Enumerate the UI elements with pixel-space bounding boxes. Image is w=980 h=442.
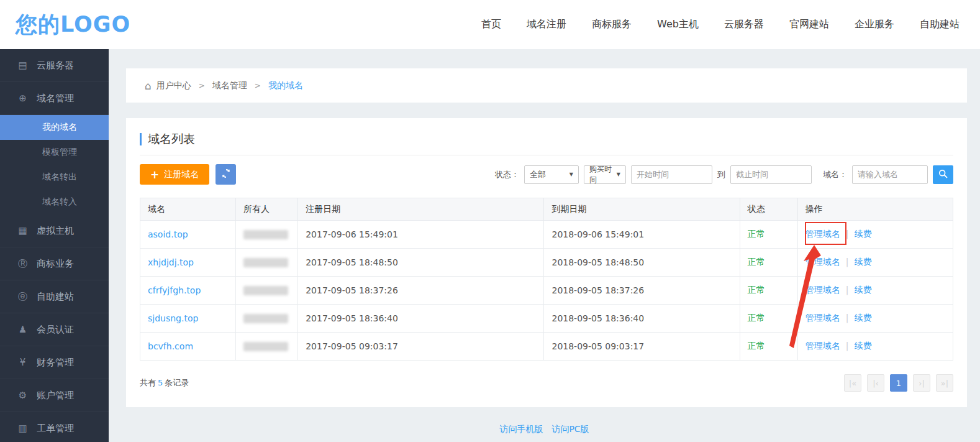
renew-link[interactable]: 续费 — [854, 257, 871, 267]
cloud-server-icon: ▤ — [17, 60, 29, 71]
globe-icon: ⊕ — [17, 93, 29, 104]
top-nav-item[interactable]: 云服务器 — [724, 18, 764, 31]
sidebar-subitem[interactable]: 域名转出 — [0, 165, 109, 190]
end-date-input[interactable] — [730, 165, 812, 184]
status-select[interactable]: 全部 ▼ — [524, 165, 579, 184]
register-domain-button[interactable]: + 注册域名 — [140, 164, 209, 185]
domain-link[interactable]: bcvfh.com — [148, 341, 193, 351]
manage-domain-link[interactable]: 管理域名 — [805, 285, 840, 295]
status-select-value: 全部 — [530, 169, 546, 180]
record-count-suffix: 条记录 — [165, 378, 189, 387]
last-page-button[interactable]: »| — [936, 374, 953, 392]
status-badge: 正常 — [748, 341, 765, 351]
renew-link[interactable]: 续费 — [854, 229, 871, 239]
sidebar: ▤ 云服务器 ⊕ 域名管理 我的域名模板管理域名转出域名转入 ▦ 虚拟主机 Ⓡ … — [0, 49, 109, 442]
time-type-value: 购买时间 — [589, 164, 614, 185]
sidebar-item-8[interactable]: ⓔ 自助建站 — [0, 280, 109, 313]
top-nav-item[interactable]: 首页 — [481, 18, 501, 31]
domain-link[interactable]: sjdusng.top — [148, 313, 198, 323]
refresh-button[interactable] — [216, 164, 236, 185]
search-button[interactable] — [933, 165, 953, 184]
domain-link[interactable]: cfrfyjfgh.top — [148, 285, 201, 295]
col-header-status: 状态 — [740, 198, 797, 221]
sidebar-subitem[interactable]: 模板管理 — [0, 140, 109, 165]
top-nav-item[interactable]: 企业服务 — [855, 18, 894, 31]
prev-page-button[interactable]: |‹ — [867, 374, 884, 392]
sidebar-item-12[interactable]: ▥ 工单管理 — [0, 412, 109, 442]
record-count: 共有5条记录 — [140, 377, 189, 389]
page-title: 域名列表 — [148, 131, 195, 147]
expires-date: 2018-09-06 15:49:01 — [551, 229, 644, 239]
breadcrumb-separator: > — [255, 81, 261, 90]
filter-bar: 状态： 全部 ▼ 购买时间 ▼ 到 域名： — [495, 165, 953, 184]
registered-date: 2017-09-05 18:37:26 — [306, 285, 398, 295]
table-row: sjdusng.top 2017-09-05 18:36:40 2018-09-… — [140, 305, 953, 333]
registered-date: 2017-09-05 18:48:50 — [306, 257, 398, 267]
status-badge: 正常 — [748, 313, 765, 323]
sidebar-subitem[interactable]: 域名转入 — [0, 190, 109, 214]
table-row: asoid.top 2017-09-06 15:49:01 2018-09-06… — [140, 221, 953, 249]
finance-icon: ¥ — [17, 357, 29, 368]
expires-date: 2018-09-05 18:36:40 — [551, 313, 644, 323]
time-type-select[interactable]: 购买时间 ▼ — [584, 165, 626, 184]
sidebar-item-10[interactable]: ¥ 财务管理 — [0, 346, 109, 379]
registered-date: 2017-09-05 09:03:17 — [306, 341, 398, 351]
top-nav-item[interactable]: Web主机 — [657, 18, 699, 31]
site-logo[interactable]: 您的LOGO — [16, 10, 130, 39]
breadcrumb-link[interactable]: 我的域名 — [268, 80, 303, 91]
col-header-owner: 所有人 — [236, 198, 298, 221]
breadcrumb: ⌂ 用户中心>域名管理>我的域名 — [145, 80, 303, 92]
top-nav-item[interactable]: 商标服务 — [592, 18, 632, 31]
renew-link[interactable]: 续费 — [854, 341, 871, 351]
status-badge: 正常 — [748, 257, 765, 267]
top-nav-item[interactable]: 自助建站 — [920, 18, 960, 31]
manage-domain-link[interactable]: 管理域名 — [805, 341, 840, 351]
sidebar-item-9[interactable]: ♟ 会员认证 — [0, 313, 109, 346]
ticket-icon: ▥ — [17, 423, 29, 434]
manage-domain-link[interactable]: 管理域名 — [805, 229, 840, 239]
col-header-registered: 注册日期 — [298, 198, 544, 221]
col-header-operation: 操作 — [797, 198, 953, 221]
owner-redacted — [243, 314, 288, 323]
page-1-button[interactable]: 1 — [890, 374, 907, 392]
member-verify-icon: ♟ — [17, 324, 29, 335]
sidebar-item-6[interactable]: ▦ 虚拟主机 — [0, 214, 109, 247]
renew-link[interactable]: 续费 — [854, 313, 871, 323]
domain-link[interactable]: xhjdjdj.top — [148, 257, 194, 267]
top-nav-item[interactable]: 官网建站 — [789, 18, 829, 31]
record-count-prefix: 共有 — [140, 378, 156, 387]
footer-link[interactable]: 访问PC版 — [551, 424, 589, 434]
breadcrumb-link[interactable]: 用户中心 — [157, 80, 191, 91]
start-date-input[interactable] — [631, 165, 712, 184]
home-icon: ⌂ — [145, 80, 152, 92]
manage-domain-link[interactable]: 管理域名 — [805, 313, 840, 323]
breadcrumb-link[interactable]: 域名管理 — [212, 80, 247, 91]
domain-search-input[interactable] — [852, 165, 928, 184]
sidebar-item-0[interactable]: ▤ 云服务器 — [0, 49, 109, 82]
chevron-down-icon: ▼ — [617, 172, 620, 177]
action-separator: | — [846, 257, 849, 267]
next-page-button[interactable]: ›| — [913, 374, 930, 392]
top-nav-item[interactable]: 域名注册 — [527, 18, 566, 31]
renew-link[interactable]: 续费 — [854, 285, 871, 295]
site-footer: 访问手机版访问PC版 — [109, 424, 980, 435]
domain-link[interactable]: asoid.top — [148, 229, 188, 239]
site-builder-icon: ⓔ — [17, 291, 29, 303]
domain-table: 域名 所有人 注册日期 到期日期 状态 操作 asoid.top 2017-09… — [140, 198, 953, 361]
action-separator: | — [846, 341, 849, 351]
record-count-number: 5 — [158, 378, 163, 387]
top-navigation: 首页域名注册商标服务Web主机云服务器官网建站企业服务自助建站 — [481, 18, 960, 31]
sidebar-subitem[interactable]: 我的域名 — [0, 115, 109, 140]
expires-date: 2018-09-05 09:03:17 — [551, 341, 644, 351]
manage-domain-link[interactable]: 管理域名 — [805, 257, 840, 267]
sidebar-item-11[interactable]: ⚙ 账户管理 — [0, 379, 109, 412]
sidebar-item-1[interactable]: ⊕ 域名管理 — [0, 82, 109, 115]
virtual-host-icon: ▦ — [17, 225, 29, 236]
sidebar-item-7[interactable]: Ⓡ 商标业务 — [0, 247, 109, 280]
first-page-button[interactable]: |« — [844, 374, 861, 392]
breadcrumb-separator: > — [199, 81, 205, 90]
action-separator: | — [846, 285, 849, 295]
col-header-expires: 到期日期 — [544, 198, 740, 221]
footer-link[interactable]: 访问手机版 — [499, 424, 543, 434]
breadcrumb-card: ⌂ 用户中心>域名管理>我的域名 — [126, 68, 967, 103]
